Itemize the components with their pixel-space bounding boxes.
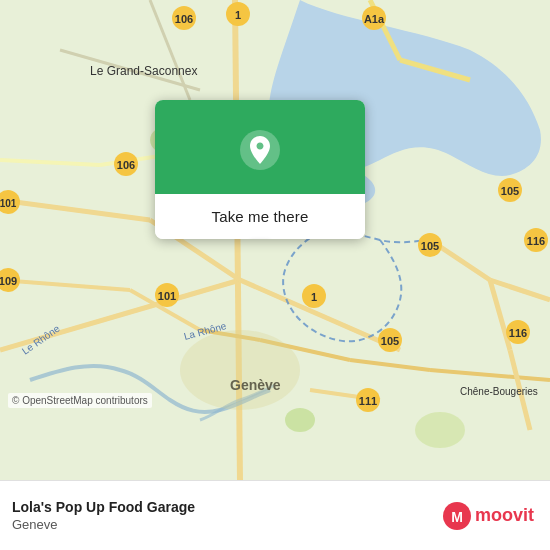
popup-header	[155, 100, 365, 194]
place-location: Geneve	[12, 517, 195, 532]
svg-point-60	[285, 408, 315, 432]
svg-text:105: 105	[501, 185, 519, 197]
svg-text:M: M	[451, 509, 463, 525]
svg-point-58	[180, 330, 300, 410]
svg-text:101: 101	[0, 198, 17, 209]
take-me-there-button[interactable]: Take me there	[155, 194, 365, 239]
svg-text:105: 105	[381, 335, 399, 347]
svg-text:106: 106	[117, 159, 135, 171]
map-background: 106 A1a 101 106 109 101 1 1 105 105 105 …	[0, 0, 550, 480]
svg-text:116: 116	[527, 235, 545, 247]
svg-text:Le Grand-Saconnex: Le Grand-Saconnex	[90, 64, 197, 78]
place-name: Lola's Pop Up Food Garage	[12, 499, 195, 515]
place-info: Lola's Pop Up Food Garage Geneve	[12, 499, 195, 532]
svg-text:1: 1	[235, 9, 241, 21]
svg-text:Chêne-Bougeries: Chêne-Bougeries	[460, 386, 538, 397]
osm-credit: © OpenStreetMap contributors	[8, 393, 152, 408]
svg-text:116: 116	[509, 327, 527, 339]
popup-card: Take me there	[155, 100, 365, 239]
moovit-brand-text: moovit	[475, 505, 534, 526]
svg-text:111: 111	[359, 395, 377, 407]
svg-text:105: 105	[421, 240, 439, 252]
app: 106 A1a 101 106 109 101 1 1 105 105 105 …	[0, 0, 550, 550]
location-pin-icon	[238, 128, 282, 172]
bottom-bar: Lola's Pop Up Food Garage Geneve M moovi…	[0, 480, 550, 550]
map-container: 106 A1a 101 106 109 101 1 1 105 105 105 …	[0, 0, 550, 480]
svg-text:A1a: A1a	[364, 13, 385, 25]
moovit-logo: M moovit	[443, 502, 534, 530]
svg-text:109: 109	[0, 275, 17, 287]
svg-text:101: 101	[158, 290, 176, 302]
svg-text:1: 1	[311, 291, 317, 303]
svg-point-61	[415, 412, 465, 448]
svg-text:106: 106	[175, 13, 193, 25]
moovit-icon-svg: M	[443, 502, 471, 530]
